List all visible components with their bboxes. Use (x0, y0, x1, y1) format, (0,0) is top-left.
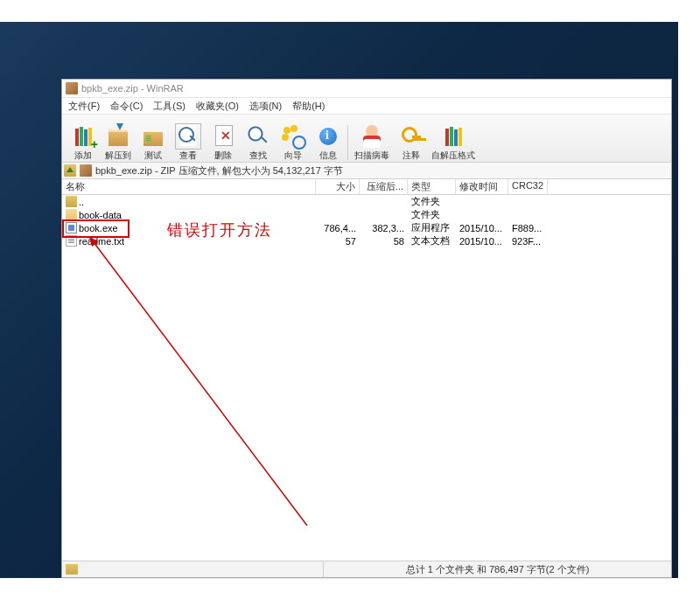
col-name[interactable]: 名称 (62, 179, 316, 194)
wizard-button[interactable]: 向导 (276, 120, 311, 160)
menu-file[interactable]: 文件(F) (64, 99, 104, 114)
sfx-icon (440, 123, 466, 150)
file-list[interactable]: ..文件夹book-data文件夹book.exe786,4...382,3..… (62, 195, 671, 561)
add-button[interactable]: 添加 (66, 120, 101, 160)
column-header: 名称 大小 压缩后... 类型 修改时间 CRC32 (62, 179, 671, 195)
col-size[interactable]: 大小 (316, 179, 360, 194)
comment-icon (398, 123, 424, 150)
file-row[interactable]: book-data文件夹 (62, 208, 671, 221)
cell-size: 786,4... (316, 223, 360, 233)
cell-type: 文本文档 (408, 234, 456, 247)
drive-icon (66, 564, 78, 575)
info-label: 信息 (319, 150, 337, 160)
file-row[interactable]: readme.txt5758文本文档2015/10...923F... (62, 234, 671, 247)
cell-size: 57 (316, 236, 360, 247)
menu-option[interactable]: 选项(N) (245, 99, 286, 114)
file-icon (66, 209, 77, 220)
wizard-label: 向导 (284, 150, 302, 160)
cell-date: 2015/10... (456, 223, 508, 233)
menu-tool[interactable]: 工具(S) (149, 99, 190, 114)
status-summary: 总计 1 个文件夹 和 786,497 字节(2 个文件) (324, 563, 671, 576)
titlebar[interactable]: bpkb_exe.zip - WinRAR (62, 80, 671, 98)
scan-label: 扫描病毒 (354, 150, 389, 160)
file-name: readme.txt (79, 236, 124, 247)
cell-crc: 923F... (508, 236, 548, 247)
file-icon (66, 222, 77, 233)
extract-label: 解压到 (105, 150, 131, 160)
scan-button[interactable]: 扫描病毒 (350, 120, 394, 160)
cell-name: book.exe (62, 222, 316, 233)
cell-name: .. (62, 196, 316, 207)
archive-icon (80, 164, 92, 177)
file-name: book-data (79, 210, 122, 220)
col-date[interactable]: 修改时间 (456, 179, 508, 194)
extract-icon (105, 123, 131, 150)
col-compressed[interactable]: 压缩后... (360, 179, 408, 194)
file-icon (66, 196, 77, 207)
annotation-arrow (88, 237, 316, 534)
find-icon (245, 123, 271, 150)
delete-icon (210, 123, 236, 150)
test-label: 测试 (144, 150, 162, 160)
address-bar[interactable]: bpkb_exe.zip - ZIP 压缩文件, 解包大小为 54,132,21… (62, 163, 671, 179)
menu-command[interactable]: 命令(C) (106, 99, 147, 114)
scan-icon (359, 123, 385, 150)
app-icon (66, 82, 78, 94)
add-icon (70, 123, 96, 150)
up-folder-icon[interactable] (64, 164, 76, 177)
file-icon (66, 235, 77, 247)
file-name: .. (79, 197, 84, 207)
col-crc[interactable]: CRC32 (508, 179, 548, 194)
desktop-background: bpkb_exe.zip - WinRAR 文件(F) 命令(C) 工具(S) … (0, 22, 678, 578)
cell-crc: F889... (508, 223, 548, 233)
comment-label: 注释 (402, 150, 420, 160)
menubar: 文件(F) 命令(C) 工具(S) 收藏夹(O) 选项(N) 帮助(H) (62, 98, 671, 115)
test-button[interactable]: 测试 (136, 120, 171, 160)
sfx-label: 自解压格式 (431, 150, 475, 160)
file-name: book.exe (79, 223, 118, 233)
find-label: 查找 (249, 150, 267, 160)
col-type[interactable]: 类型 (408, 179, 456, 194)
wizard-icon (280, 123, 306, 150)
cell-type: 应用程序 (408, 221, 456, 234)
info-icon (315, 123, 341, 150)
sfx-button[interactable]: 自解压格式 (429, 120, 478, 160)
file-row[interactable]: book.exe786,4...382,3...应用程序2015/10...F8… (62, 221, 671, 234)
cell-compressed: 58 (360, 236, 408, 247)
menu-favorite[interactable]: 收藏夹(O) (192, 99, 243, 114)
cell-name: book-data (62, 209, 316, 220)
test-icon (140, 123, 166, 150)
find-button[interactable]: 查找 (241, 120, 276, 160)
winrar-window: bpkb_exe.zip - WinRAR 文件(F) 命令(C) 工具(S) … (61, 79, 672, 578)
delete-label: 删除 (214, 150, 232, 160)
svg-line-0 (94, 242, 307, 526)
window-title: bpkb_exe.zip - WinRAR (81, 83, 184, 94)
view-label: 查看 (179, 150, 197, 160)
cell-name: readme.txt (62, 235, 316, 247)
toolbar: 添加 解压到 测试 查看 删除 查找 (62, 115, 671, 163)
toolbar-separator (347, 125, 348, 160)
extract-button[interactable]: 解压到 (101, 120, 136, 160)
cell-date: 2015/10... (456, 236, 508, 247)
cell-type: 文件夹 (408, 195, 456, 208)
address-text: bpkb_exe.zip - ZIP 压缩文件, 解包大小为 54,132,21… (95, 164, 343, 178)
cell-compressed: 382,3... (360, 223, 408, 233)
status-left (62, 561, 324, 577)
status-bar: 总计 1 个文件夹 和 786,497 字节(2 个文件) (62, 561, 671, 577)
info-button[interactable]: 信息 (311, 120, 346, 160)
delete-button[interactable]: 删除 (206, 120, 241, 160)
cell-type: 文件夹 (408, 208, 456, 221)
comment-button[interactable]: 注释 (394, 120, 429, 160)
add-label: 添加 (74, 150, 92, 160)
menu-help[interactable]: 帮助(H) (288, 99, 329, 114)
file-row[interactable]: ..文件夹 (62, 195, 671, 208)
view-button[interactable]: 查看 (171, 120, 206, 160)
